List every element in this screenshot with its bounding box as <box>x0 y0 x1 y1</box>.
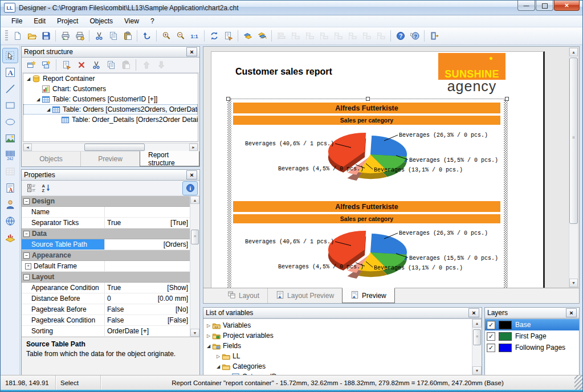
add-element-icon[interactable] <box>24 59 38 72</box>
tree-item-table-customers-customerid[interactable]: ◢Table: Customers [CustomerID [+]] <box>23 94 198 104</box>
tree-item-chart-customers[interactable]: Chart: Customers <box>23 84 198 94</box>
expander-icon[interactable]: ◢ <box>35 97 42 102</box>
layer-checkbox[interactable]: ✓ <box>487 321 495 329</box>
assign-layer-icon[interactable] <box>240 30 255 43</box>
expander-icon[interactable]: ▷ <box>205 323 212 328</box>
expander-icon[interactable]: ◢ <box>25 76 32 81</box>
toolbar-grip[interactable] <box>5 30 8 42</box>
new-icon[interactable] <box>10 30 25 43</box>
property-row-distance-before[interactable]: Distance Before0[0.00 mm] <box>22 293 190 304</box>
property-value[interactable]: 0[0.00 mm] <box>105 293 190 304</box>
tree-item-project-variables[interactable]: ▷Project variables <box>203 330 482 341</box>
tab-layout[interactable]: Layout <box>219 288 267 303</box>
tree-item-fields[interactable]: ◢Fields <box>203 341 482 351</box>
rectangle-icon[interactable] <box>3 98 18 112</box>
close-icon[interactable]: × <box>566 308 577 317</box>
open-icon[interactable] <box>25 30 39 43</box>
variables-title[interactable]: List of variables × <box>203 308 482 318</box>
line-icon[interactable] <box>3 81 18 96</box>
tree-item-table-order-details-orders2order[interactable]: Table: Order_Details [Orders2Order Detai… <box>23 115 198 125</box>
scroll-up-icon[interactable]: ▲ <box>472 319 482 328</box>
exit-icon[interactable] <box>427 30 441 43</box>
paste-icon[interactable] <box>120 30 134 43</box>
variables-scrollbar[interactable]: ▲ ≡ ▼ <box>472 319 482 375</box>
property-group-layout[interactable]: –Layout <box>22 272 190 283</box>
menu-file[interactable]: File <box>6 16 27 26</box>
one-to-one-icon[interactable]: 1:1 <box>187 30 202 43</box>
menu-help[interactable]: ? <box>145 16 160 26</box>
scroll-thumb[interactable]: ≡ <box>191 230 199 244</box>
scroll-left-icon[interactable]: ◄ <box>23 144 32 151</box>
copy-icon[interactable] <box>106 30 120 43</box>
menu-edit[interactable]: Edit <box>28 16 51 26</box>
property-row-name[interactable]: Name <box>22 207 190 218</box>
layers-title[interactable]: Layers × <box>485 308 579 318</box>
property-row-separator-ticks[interactable]: Separator TicksTrue[True] <box>22 218 190 228</box>
property-value[interactable] <box>105 207 190 217</box>
expander-icon[interactable]: ▷ <box>215 354 222 359</box>
property-row-sorting[interactable]: SortingOrderDate [+] <box>22 326 190 337</box>
close-icon[interactable]: × <box>186 47 197 56</box>
property-group-appearance[interactable]: –Appearance <box>22 250 190 261</box>
add-subelement-icon[interactable] <box>39 59 53 72</box>
scroll-up-icon[interactable]: ▲ <box>190 196 199 204</box>
property-value[interactable]: False[False] <box>105 315 190 325</box>
report-container-object[interactable]: Alfreds Futterkiste Sales per category B… <box>227 99 508 288</box>
tab-objects[interactable]: Objects <box>22 152 80 166</box>
tree-item-categories[interactable]: ◢Categories <box>203 361 482 371</box>
barcode-icon[interactable]: 242 <box>3 148 18 162</box>
save-icon[interactable] <box>39 30 53 43</box>
collapse-icon[interactable]: – <box>23 274 30 280</box>
property-value[interactable]: False[No] <box>105 304 190 315</box>
tree-item-variables[interactable]: ▷<>Variables <box>203 320 482 330</box>
expander-icon[interactable]: ◢ <box>45 107 52 112</box>
close-button[interactable]: ✕ <box>554 1 580 11</box>
collapse-icon[interactable]: – <box>23 231 30 237</box>
layer-row-base[interactable]: ✓Base <box>485 319 579 330</box>
property-value[interactable]: OrderDate [+] <box>105 326 190 336</box>
maximize-button[interactable] <box>536 1 553 11</box>
property-value[interactable]: [Orders] <box>105 239 190 250</box>
report-page[interactable]: Customer sales report SUNSHINE agency Al… <box>211 51 545 288</box>
properties-scrollbar[interactable]: ▲ ≡ ▼ <box>190 196 199 337</box>
selection-handle[interactable] <box>366 97 370 101</box>
scroll-down-icon[interactable]: ▼ <box>190 329 199 337</box>
expander-icon[interactable]: ◢ <box>215 364 222 369</box>
minimize-button[interactable]: — <box>517 1 535 11</box>
expand-icon[interactable]: + <box>25 263 31 270</box>
scroll-thumb[interactable]: ≡ <box>473 329 481 345</box>
scroll-down-icon[interactable]: ▼ <box>472 366 482 375</box>
undo-icon[interactable] <box>140 30 154 43</box>
menu-view[interactable]: View <box>119 16 144 26</box>
delete-icon[interactable] <box>74 59 88 72</box>
property-row-source-table-path[interactable]: Source Table Path[Orders] <box>22 239 190 250</box>
scroll-thumb[interactable]: ≡ <box>569 58 578 224</box>
preview-vertical-scrollbar[interactable]: ▲ ≡ ▼ <box>569 47 578 288</box>
copy-icon[interactable] <box>104 59 118 72</box>
tab-layout-preview[interactable]: Layout Preview <box>267 288 342 303</box>
context-help-icon[interactable]: ? <box>407 30 422 43</box>
scroll-up-icon[interactable]: ▲ <box>569 48 578 56</box>
info-icon[interactable]: i <box>183 182 197 195</box>
collapse-icon[interactable]: – <box>23 252 30 259</box>
categorized-icon[interactable] <box>24 182 38 195</box>
property-row-appearance-condition[interactable]: Appearance ConditionTrue[Show] <box>22 283 190 293</box>
expander-icon[interactable]: ▷ <box>205 333 212 338</box>
html-icon[interactable] <box>3 214 18 228</box>
close-icon[interactable]: × <box>468 308 479 317</box>
close-icon[interactable]: × <box>186 170 197 179</box>
text-icon[interactable]: A <box>3 65 18 79</box>
property-group-data[interactable]: –Data <box>22 228 190 239</box>
property-row-pagebreak-condition[interactable]: Pagebreak ConditionFalse[False] <box>22 315 190 326</box>
formatted-text-icon[interactable]: A <box>3 181 18 195</box>
menu-objects[interactable]: Objects <box>84 16 118 26</box>
property-value[interactable]: True[Show] <box>105 283 190 293</box>
menu-project[interactable]: Project <box>52 16 83 26</box>
user-object-icon[interactable] <box>3 197 18 211</box>
property-value[interactable]: True[True] <box>105 218 190 228</box>
property-value[interactable] <box>105 261 190 271</box>
property-group-design[interactable]: –Design <box>22 196 190 207</box>
scroll-right-icon[interactable]: ► <box>189 144 198 151</box>
selection-handle[interactable] <box>226 97 230 101</box>
expander-icon[interactable]: ◢ <box>205 344 212 349</box>
